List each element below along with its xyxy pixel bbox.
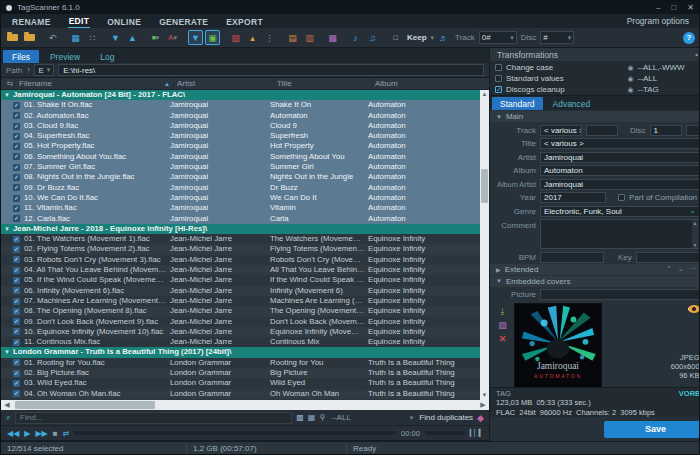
- file-row[interactable]: ✓11. Continous Mix.flacJean-Michel Jarre…: [1, 337, 480, 347]
- row-checkbox[interactable]: ✓: [13, 184, 20, 191]
- collapse-icon[interactable]: ▼: [1, 224, 13, 234]
- row-checkbox[interactable]: ✓: [13, 205, 20, 212]
- file-row[interactable]: ✓03. Cloud 9.flacJamiroquaiCloud 9Automa…: [1, 121, 480, 131]
- year-field[interactable]: 2017: [540, 192, 606, 203]
- folder-up-icon[interactable]: ↑: [26, 66, 30, 75]
- row-checkbox[interactable]: ✓: [13, 298, 20, 305]
- row-checkbox[interactable]: ✓: [13, 174, 20, 181]
- row-checkbox[interactable]: ✓: [13, 246, 20, 253]
- row-checkbox[interactable]: ✓: [13, 308, 20, 315]
- file-list-vertical-scrollbar[interactable]: ▲ ▼: [480, 90, 489, 400]
- id3-versions-icon[interactable]: ▩: [325, 30, 340, 45]
- section-main[interactable]: ▼ Main: [490, 111, 700, 122]
- row-checkbox[interactable]: ✓: [13, 318, 20, 325]
- row-checkbox[interactable]: ✓: [13, 143, 20, 150]
- search-image-icon[interactable]: ▦: [308, 413, 316, 422]
- menu-edit[interactable]: EDIT: [68, 14, 91, 29]
- file-row[interactable]: ✓10. We Can Do It.flacJamiroquaiWe Can D…: [1, 193, 480, 203]
- menu-export[interactable]: EXPORT: [225, 15, 264, 28]
- row-checkbox[interactable]: ✓: [13, 236, 20, 243]
- row-checkbox[interactable]: ✓: [13, 287, 20, 294]
- row-checkbox[interactable]: ✓: [13, 133, 20, 140]
- section-extended[interactable]: ▶ Extended ⌃ ⌄ ⋯: [490, 264, 700, 275]
- drive-select[interactable]: E▾: [34, 64, 54, 76]
- autonumber-icon[interactable]: ♬: [436, 30, 451, 45]
- row-checkbox[interactable]: ✓: [13, 277, 20, 284]
- tab-log[interactable]: Log: [91, 50, 123, 63]
- row-checkbox[interactable]: ✓: [13, 164, 20, 171]
- file-row[interactable]: ✓03. Wild Eyed.flacLondon GrammarWild Ey…: [1, 378, 480, 388]
- search-input[interactable]: Find...: [15, 412, 292, 424]
- track-format-combo[interactable]: 0#▾: [479, 31, 517, 44]
- copy-doc-icon[interactable]: ▥: [302, 30, 317, 45]
- row-checkbox[interactable]: ✓: [13, 380, 20, 387]
- row-checkbox[interactable]: ✓: [13, 256, 20, 263]
- keep-dropdown[interactable]: Keep: [407, 33, 427, 42]
- genre-chevron-icon[interactable]: ⌄: [690, 207, 696, 215]
- file-row[interactable]: ✓09. Don't Look Back (Movement 9).flacJe…: [1, 317, 480, 327]
- track-total-field[interactable]: [586, 125, 618, 136]
- help-icon[interactable]: ?: [683, 32, 695, 44]
- save-button[interactable]: Save: [604, 421, 700, 438]
- shuffle-columns-icon[interactable]: ⇆: [1, 79, 19, 88]
- path-input[interactable]: E:\hi-res\: [58, 64, 484, 76]
- file-row[interactable]: ✓04. Oh Woman Oh Man.flacLondon GrammarO…: [1, 389, 480, 399]
- export-doc-icon[interactable]: ▤: [285, 30, 300, 45]
- group-header[interactable]: ▼Jean-Michel Jarre - 2018 - Equinoxe Inf…: [1, 224, 480, 234]
- search-key-icon[interactable]: ⚲: [319, 413, 325, 422]
- file-row[interactable]: ✓07. Summer Girl.flacJamiroquaiSummer Gi…: [1, 162, 480, 172]
- row-checkbox[interactable]: ✓: [13, 339, 20, 346]
- add-folder-icon[interactable]: [22, 30, 37, 45]
- layout-toggle-icon[interactable]: ▣: [205, 30, 220, 45]
- row-checkbox[interactable]: ✓: [13, 195, 20, 202]
- transformation-row[interactable]: ✓ Change case ◉ --ALL,-WWW: [490, 62, 700, 73]
- view-cover-icon[interactable]: [688, 305, 700, 313]
- save-cover-icon[interactable]: ▧: [498, 321, 507, 330]
- minimize-button[interactable]: –: [656, 3, 660, 12]
- file-row[interactable]: ✓09. Dr Buzz.flacJamiroquaiDr BuzzAutoma…: [1, 183, 480, 193]
- case-options-icon[interactable]: A▾: [165, 30, 180, 45]
- find-duplicates-button[interactable]: Find duplicates: [419, 413, 473, 422]
- filter-icon[interactable]: ▼: [188, 30, 203, 45]
- tab-advanced[interactable]: Advanced: [545, 97, 599, 110]
- compilation-checkbox[interactable]: [618, 194, 625, 201]
- menu-program-options[interactable]: Program options: [627, 16, 689, 26]
- select-all-icon[interactable]: ▦: [68, 30, 83, 45]
- group-header[interactable]: ▼Jamiroquai - Automaton [24 Bit] - 2017 …: [1, 90, 480, 100]
- transformation-row[interactable]: ✓ Standard values ◉ --ALL: [490, 73, 700, 84]
- file-row[interactable]: ✓04. All That You Leave Behind (Movement…: [1, 265, 480, 275]
- section-down-icon[interactable]: ⌄: [678, 265, 686, 272]
- row-checkbox[interactable]: ✓: [13, 102, 20, 109]
- file-row[interactable]: ✓08. The Opening (Movement 8).flacJean-M…: [1, 306, 480, 316]
- file-row[interactable]: ✓10. Equinoxe Infinity (Movement 10).fla…: [1, 327, 480, 337]
- row-checkbox[interactable]: ✓: [13, 123, 20, 130]
- row-checkbox[interactable]: ✓: [13, 267, 20, 274]
- row-checkbox[interactable]: ✓: [13, 390, 20, 397]
- file-row[interactable]: ✓04. Superfresh.flacJamiroquaiSuperfresh…: [1, 131, 480, 141]
- group-header[interactable]: ▼London Grammar - Truth Is a Beautiful T…: [1, 347, 480, 357]
- column-filename[interactable]: Filename ▲: [19, 79, 173, 88]
- transformation-row[interactable]: ✓ Discogs cleanup ◉ --TAG: [490, 84, 700, 95]
- playlist-icon[interactable]: ♪: [348, 30, 363, 45]
- file-row[interactable]: ✓03. Robots Don't Cry (Movement 3).flacJ…: [1, 255, 480, 265]
- file-row[interactable]: ✓05. Hot Property.flacJamiroquaiHot Prop…: [1, 141, 480, 151]
- remove-tag-icon[interactable]: ▧: [228, 30, 243, 45]
- volume-slider[interactable]: [425, 431, 465, 435]
- title-field[interactable]: < various >: [540, 138, 700, 149]
- row-checkbox[interactable]: ✓: [13, 153, 20, 160]
- hscroll-thumb[interactable]: [15, 401, 155, 409]
- key-field[interactable]: [636, 252, 700, 263]
- preview-eye-icon[interactable]: ◉: [627, 75, 633, 83]
- section-embedded-covers[interactable]: ▼ Embedded covers: [490, 276, 700, 287]
- tab-standard[interactable]: Standard: [492, 97, 543, 110]
- file-row[interactable]: ✓06. Something About You.flacJamiroquaiS…: [1, 152, 480, 162]
- color-mark-icon[interactable]: ■▾: [148, 30, 163, 45]
- playlist-save-icon[interactable]: ♫: [365, 30, 380, 45]
- find-duplicates-icon[interactable]: ◆: [477, 413, 484, 423]
- comment-field[interactable]: ▲▼: [540, 219, 700, 249]
- keep-chevron-icon[interactable]: ▾: [431, 34, 435, 42]
- collapse-icon[interactable]: ▼: [1, 90, 13, 100]
- file-row[interactable]: ✓08. Nights Out in the Jungle.flacJamiro…: [1, 172, 480, 182]
- structure-icon[interactable]: ⋮: [262, 30, 277, 45]
- file-row[interactable]: ✓07. Machines Are Learning (Movement 7).…: [1, 296, 480, 306]
